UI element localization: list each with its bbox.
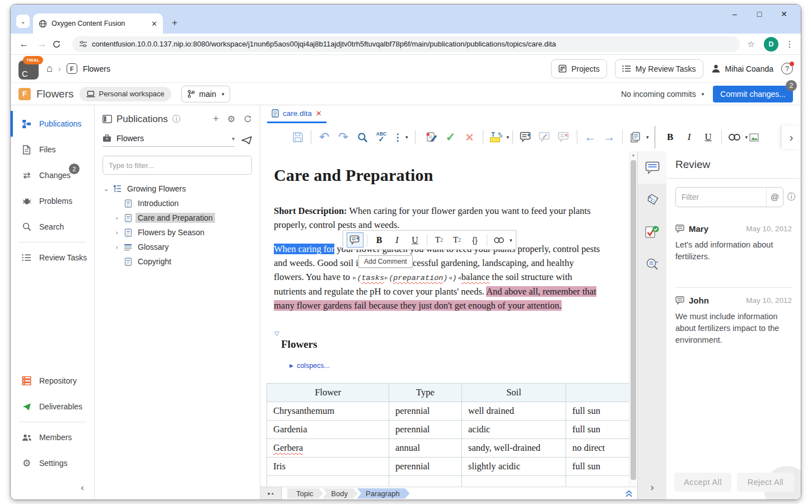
- browser-avatar[interactable]: D: [764, 37, 778, 52]
- flowers-table[interactable]: Flower Type Soil Chrysanthemumperennialw…: [267, 383, 629, 487]
- link-button[interactable]: [725, 129, 744, 145]
- reject-change-button[interactable]: ✕: [460, 129, 479, 145]
- insert-image-button[interactable]: [748, 129, 760, 145]
- review-comment-mary[interactable]: Mary May 10, 2012 Let's add information …: [675, 216, 792, 263]
- new-tab-button[interactable]: +: [167, 16, 182, 30]
- home-icon[interactable]: ⌂: [46, 63, 53, 74]
- tree-item-growing-flowers[interactable]: ⌄ Growing Flowers: [102, 181, 252, 196]
- back-button[interactable]: ←: [16, 39, 32, 50]
- chevron-down-icon[interactable]: ▾: [646, 134, 649, 140]
- save-button[interactable]: [288, 129, 307, 145]
- underline-button[interactable]: U: [699, 129, 718, 145]
- workspace-pill[interactable]: Personal workspace: [80, 87, 171, 101]
- tags-display-toggle[interactable]: ▸▴: [260, 487, 282, 500]
- bookmark-star-icon[interactable]: ☆: [748, 39, 755, 49]
- projects-button[interactable]: Projects: [551, 59, 607, 78]
- edit-comment-button[interactable]: [535, 129, 554, 145]
- toolbar-overflow-button[interactable]: ›: [782, 125, 801, 149]
- accept-change-button[interactable]: ✓: [441, 129, 460, 145]
- collapse-sidebar-button[interactable]: ‹: [11, 476, 94, 500]
- underline-button[interactable]: U: [407, 232, 423, 248]
- maximize-button[interactable]: □: [747, 4, 772, 24]
- sidebar-item-changes[interactable]: Changes2: [11, 162, 94, 188]
- previous-change-button[interactable]: ←: [581, 129, 600, 145]
- open-publication-icon[interactable]: [241, 136, 252, 144]
- reject-all-button[interactable]: Reject All: [737, 473, 794, 492]
- refresh-icon[interactable]: [244, 115, 252, 123]
- sidebar-item-members[interactable]: Members: [11, 424, 94, 450]
- chevron-down-icon[interactable]: ▾: [507, 134, 510, 140]
- site-settings-icon[interactable]: [79, 40, 87, 48]
- incoming-commits-dropdown[interactable]: No incoming commits ▾: [621, 90, 704, 99]
- tree-item-glossary[interactable]: › Glossary: [102, 240, 252, 254]
- breadcrumb-topic[interactable]: Topic: [287, 488, 323, 499]
- italic-button[interactable]: I: [680, 129, 699, 145]
- undo-button[interactable]: ↶: [315, 129, 334, 145]
- chevron-down-icon[interactable]: ▾: [510, 237, 512, 243]
- sidebar-item-problems[interactable]: Problems: [11, 188, 94, 214]
- review-comments-tab[interactable]: [638, 151, 666, 184]
- sidebar-item-repository[interactable]: Repository: [11, 368, 94, 394]
- superscript-button[interactable]: T2: [449, 232, 465, 248]
- reuse-content-button[interactable]: [626, 129, 645, 145]
- find-replace-button[interactable]: [353, 129, 372, 145]
- add-comment-button[interactable]: [347, 232, 363, 248]
- scrollbar-thumb[interactable]: [631, 160, 636, 480]
- browser-menu-icon[interactable]: ⋮: [784, 39, 795, 49]
- help-button[interactable]: ?: [781, 63, 793, 74]
- next-change-button[interactable]: →: [600, 129, 619, 145]
- sidebar-item-search[interactable]: Search: [11, 214, 94, 240]
- bold-button[interactable]: B: [371, 232, 388, 248]
- info-icon[interactable]: ⓘ: [787, 192, 795, 202]
- subscript-button[interactable]: T2: [431, 232, 447, 248]
- add-publication-icon[interactable]: +: [213, 113, 219, 125]
- breadcrumb-project[interactable]: Flowers: [83, 64, 110, 73]
- delete-comment-button[interactable]: [554, 129, 573, 145]
- track-changes-button[interactable]: ✱: [422, 129, 441, 145]
- colspecs-toggle[interactable]: ▶ colspecs...: [290, 362, 603, 370]
- tree-item-copyright[interactable]: Copyright: [102, 254, 252, 269]
- review-comment-john[interactable]: John May 10, 2012 We must include inform…: [675, 288, 792, 346]
- sidebar-item-deliverables[interactable]: Deliverables: [11, 394, 94, 419]
- add-comment-button[interactable]: [516, 129, 535, 145]
- editor-tab-care-dita[interactable]: care.dita ✕: [267, 105, 326, 123]
- spell-check-button[interactable]: ABC✓: [372, 129, 391, 145]
- branch-selector[interactable]: main ▾: [181, 86, 231, 102]
- expand-icon[interactable]: ›: [113, 229, 120, 236]
- commit-changes-button[interactable]: Commit changes... 2: [713, 86, 793, 102]
- reload-button[interactable]: [52, 40, 68, 49]
- tab-search-button[interactable]: ⌄: [16, 15, 30, 28]
- minimize-button[interactable]: –: [722, 4, 747, 24]
- breadcrumb-body[interactable]: Body: [322, 488, 358, 499]
- sidebar-item-review-tasks[interactable]: Review Tasks: [11, 245, 94, 270]
- tree-item-care-and-preparation[interactable]: › Care and Preparation: [102, 211, 252, 225]
- more-options-button[interactable]: ⋮: [391, 129, 404, 145]
- expand-icon[interactable]: ›: [113, 214, 120, 221]
- browser-tab[interactable]: Oxygen Content Fusion ✕: [33, 13, 163, 34]
- my-review-tasks-button[interactable]: My Review Tasks: [615, 59, 703, 78]
- tree-item-flowers-by-season[interactable]: › Flowers by Season: [102, 225, 252, 240]
- scroll-up-icon[interactable]: ▲: [629, 153, 637, 157]
- forward-button[interactable]: →: [34, 39, 50, 50]
- breadcrumb-paragraph[interactable]: Paragraph: [357, 488, 410, 499]
- tree-filter-input[interactable]: [102, 156, 252, 175]
- code-button[interactable]: {}: [466, 232, 483, 248]
- review-filter[interactable]: @: [675, 187, 783, 207]
- validation-tab[interactable]: [638, 216, 666, 249]
- collapse-editor-icon[interactable]: [625, 489, 633, 498]
- mention-filter-button[interactable]: @: [766, 188, 783, 207]
- info-icon[interactable]: ⓘ: [172, 114, 180, 124]
- document-editor[interactable]: Care and Preparation Short Description: …: [260, 151, 629, 487]
- panel-toggle-icon[interactable]: [102, 115, 112, 123]
- gear-icon[interactable]: ⚙: [227, 114, 235, 124]
- bold-button[interactable]: B: [661, 129, 680, 145]
- tags-tab[interactable]: [638, 184, 666, 216]
- search-results-tab[interactable]: [638, 249, 666, 281]
- link-button[interactable]: [491, 232, 507, 248]
- publication-selector[interactable]: Flowers ▾: [102, 134, 235, 147]
- close-tab-icon[interactable]: ✕: [151, 20, 157, 28]
- accept-all-button[interactable]: Accept All: [674, 473, 731, 492]
- collapse-icon[interactable]: ⌄: [102, 185, 110, 193]
- chevron-down-icon[interactable]: ▾: [405, 134, 408, 140]
- app-logo[interactable]: C TRIAL: [18, 58, 41, 80]
